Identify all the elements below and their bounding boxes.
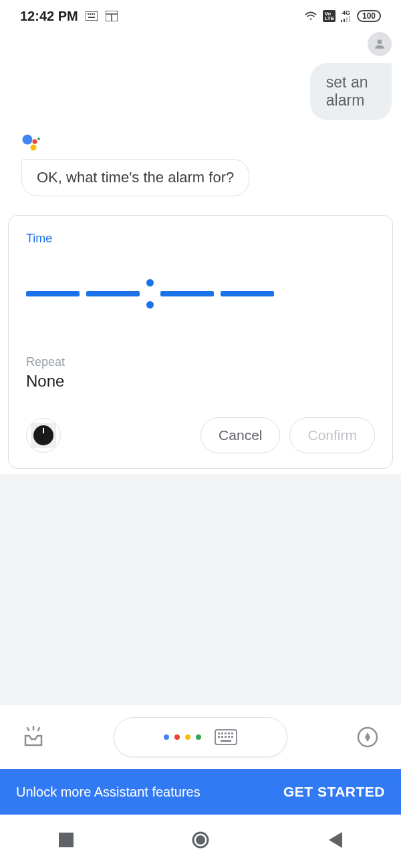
svg-rect-11	[346, 17, 348, 22]
svg-point-14	[23, 135, 33, 145]
updates-tray-icon[interactable]	[19, 722, 48, 752]
system-nav-bar	[0, 815, 401, 868]
svg-point-13	[378, 39, 382, 44]
get-started-button[interactable]: GET STARTED	[283, 784, 385, 800]
card-title: Time	[26, 232, 375, 246]
svg-rect-24	[225, 732, 227, 734]
promo-banner: Unlock more Assistant features GET START…	[0, 769, 401, 815]
svg-rect-4	[94, 13, 95, 15]
status-bar: 12:42 PM VoLTE 4G 100	[0, 0, 401, 32]
svg-point-15	[33, 140, 37, 144]
svg-rect-10	[344, 19, 345, 22]
svg-rect-35	[59, 833, 74, 847]
assistant-logo-icon	[21, 132, 392, 155]
svg-rect-27	[218, 736, 220, 738]
alarm-setup-card: Time Repeat None Cancel Confirm	[8, 215, 393, 469]
svg-rect-26	[231, 732, 233, 734]
nav-back-button[interactable]	[327, 832, 342, 851]
voice-input-pill[interactable]	[114, 717, 287, 757]
svg-rect-29	[225, 736, 227, 738]
svg-line-20	[38, 728, 39, 730]
svg-point-37	[196, 835, 205, 845]
battery-indicator: 100	[357, 10, 381, 22]
keyboard-input-icon[interactable]	[215, 729, 237, 745]
cancel-button[interactable]: Cancel	[200, 417, 280, 453]
user-message-row: set an alarm	[9, 39, 392, 120]
minute-digit-2[interactable]	[221, 291, 274, 296]
assistant-input-bar	[0, 705, 401, 769]
svg-rect-1	[88, 13, 89, 15]
svg-marker-34	[365, 732, 370, 742]
svg-rect-3	[92, 13, 93, 15]
user-avatar[interactable]	[368, 32, 392, 56]
svg-rect-23	[221, 732, 223, 734]
nav-recent-button[interactable]	[59, 833, 74, 850]
wifi-icon	[304, 9, 317, 23]
svg-rect-31	[231, 736, 233, 738]
content-background	[0, 474, 401, 705]
clock-app-icon[interactable]	[26, 418, 61, 453]
svg-rect-28	[221, 736, 223, 738]
banner-text: Unlock more Assistant features	[16, 785, 200, 800]
status-left: 12:42 PM	[20, 9, 118, 24]
svg-rect-30	[228, 736, 230, 738]
nav-home-button[interactable]	[190, 830, 211, 853]
svg-marker-38	[329, 832, 342, 848]
confirm-button[interactable]: Confirm	[289, 417, 375, 453]
signal-4g-icon: 4G	[341, 10, 352, 22]
minute-digit-1[interactable]	[160, 291, 214, 296]
svg-point-16	[31, 145, 37, 151]
svg-point-17	[37, 138, 40, 140]
svg-rect-9	[341, 20, 342, 22]
repeat-value[interactable]: None	[26, 372, 375, 391]
svg-line-18	[27, 728, 29, 730]
svg-rect-12	[349, 16, 350, 22]
status-right: VoLTE 4G 100	[304, 9, 381, 23]
keyboard-status-icon	[85, 9, 98, 23]
svg-rect-5	[88, 17, 95, 18]
assistant-dots-icon[interactable]	[164, 734, 201, 740]
hour-digit-2[interactable]	[86, 291, 140, 296]
repeat-label: Repeat	[26, 355, 375, 369]
svg-rect-32	[221, 740, 231, 742]
hour-digit-1[interactable]	[26, 291, 80, 296]
status-time: 12:42 PM	[20, 9, 78, 24]
time-colon	[146, 279, 154, 308]
volte-icon: VoLTE	[323, 10, 336, 22]
svg-rect-2	[90, 13, 91, 15]
svg-rect-22	[218, 732, 220, 734]
assistant-message-bubble: OK, what time's the alarm for?	[21, 159, 249, 196]
time-input-row[interactable]	[26, 279, 375, 308]
explore-icon[interactable]	[353, 722, 382, 752]
card-action-row: Cancel Confirm	[26, 417, 375, 453]
conversation-area: set an alarm OK, what time's the alarm f…	[0, 32, 401, 196]
svg-rect-0	[86, 11, 98, 21]
app-status-icon	[105, 9, 118, 23]
svg-rect-25	[228, 732, 230, 734]
user-message-bubble: set an alarm	[310, 63, 392, 120]
